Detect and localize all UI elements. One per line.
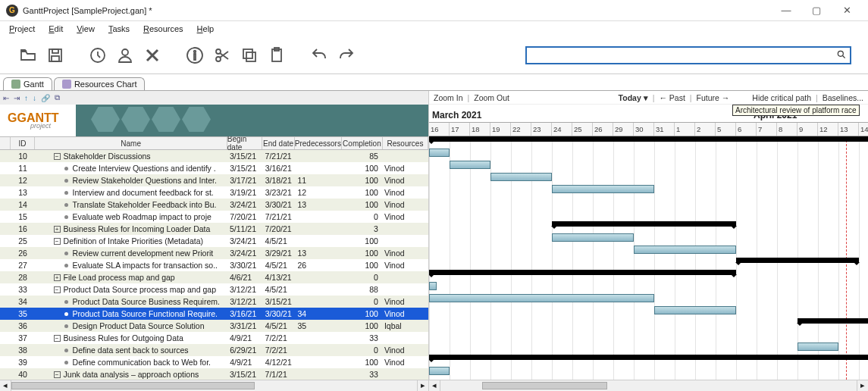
paste-button[interactable] [265,44,288,67]
menu-resources[interactable]: Resources [137,23,190,35]
task-row[interactable]: 12Review Stakeholder Questions and Inter… [0,174,428,186]
task-row[interactable]: 38Define data sent back to sources6/29/2… [0,344,428,356]
task-dot-icon [64,312,68,316]
task-row[interactable]: 15Evaluate web Roadmap impact to proje7/… [0,211,428,223]
window-close-button[interactable]: ✕ [832,5,862,16]
tab-gantt[interactable]: Gantt [3,77,52,90]
baselines-button[interactable]: Baselines... [823,93,863,102]
task-row[interactable]: 36Design Product Data Source Solution3/3… [0,320,428,332]
menu-help[interactable]: Help [191,23,221,35]
gantt-task-bar[interactable] [429,367,450,375]
future-button[interactable]: Future → [697,93,730,102]
task-row[interactable]: 28+File Load process map and gap4/6/214/… [0,271,428,283]
undo-button[interactable] [308,44,331,67]
move-up-button[interactable]: ↑ [24,94,28,102]
task-dot-icon [64,215,68,219]
collapse-icon[interactable]: − [54,238,61,245]
collapse-icon[interactable]: − [54,286,61,293]
task-row[interactable]: 14Translate Stakeholder Feedback into Bu… [0,199,428,211]
col-pred[interactable]: Predecessors [295,137,342,149]
gantt-task-bar[interactable] [552,233,634,242]
col-begin[interactable]: Begin date [227,137,262,149]
menu-view[interactable]: View [71,23,101,35]
cell-id: 12 [11,176,36,185]
gantt-task-bar[interactable] [490,173,552,181]
task-row[interactable]: 39Define communication back to Web for.4… [0,356,428,368]
col-id[interactable]: ID [11,137,36,149]
task-row[interactable]: 34Product Data Source Business Requirem.… [0,296,428,308]
task-row[interactable]: 35Product Data Source Functional Require… [0,308,428,320]
task-tooltip: Architectural review of platform race [732,105,860,116]
expand-icon[interactable]: + [54,274,61,281]
task-row[interactable]: 37−Business Rules for Outgoing Data4/9/2… [0,332,428,344]
task-row[interactable]: 27Evaluate SLA impacts for transaction s… [0,259,428,271]
cell-begin: 3/15/21 [228,164,264,173]
gantt-task-bar[interactable] [797,343,838,351]
cell-end: 3/16/21 [264,164,296,173]
gantt-task-bar[interactable] [552,185,654,193]
open-button[interactable] [17,44,39,67]
copy-button[interactable] [238,44,261,67]
history-button[interactable] [86,44,109,67]
gantt-task-bar[interactable] [429,149,450,157]
col-end[interactable]: End date [262,137,295,149]
gantt-task-bar[interactable] [634,246,736,254]
window-max-button[interactable]: ▢ [801,5,832,16]
col-res[interactable]: Resources [383,137,428,149]
cell-begin: 4/9/21 [228,333,264,343]
search-input[interactable] [530,51,836,60]
col-comp[interactable]: Completion [342,137,383,149]
gantt-task-bar[interactable] [654,306,736,314]
delete-button[interactable] [141,44,164,67]
gantt-summary-bar[interactable] [429,355,868,360]
indent-left-button[interactable]: ⇤ [3,94,9,102]
task-row[interactable]: 25−Definition of Intake Priorities (Meta… [0,235,428,247]
tab-resources[interactable]: Resources Chart [54,77,146,90]
h-scrollbar-right[interactable]: ◂ ▸ [429,380,868,391]
gantt-task-bar[interactable] [450,161,490,169]
past-button[interactable]: ← Past [659,93,685,102]
menu-edit[interactable]: Edit [42,23,69,35]
link-button[interactable]: 🔗 [41,94,50,102]
gantt-summary-bar[interactable] [552,221,736,227]
indent-right-button[interactable]: ⇥ [14,94,20,102]
collapse-icon[interactable]: − [54,335,61,342]
expand-icon[interactable]: + [54,226,61,233]
col-name[interactable]: Name [35,137,227,149]
task-row[interactable]: 13Interview and document feedback for st… [0,186,428,199]
menu-project[interactable]: Project [3,23,41,35]
gantt-summary-bar[interactable] [797,318,868,324]
task-row[interactable]: 26Review current development new Priorit… [0,247,428,259]
today-button[interactable]: Today ▾ [619,93,648,102]
gantt-chart-area[interactable] [429,136,868,380]
hide-critical-button[interactable]: Hide critical path [752,93,811,102]
save-button[interactable] [44,44,67,67]
collapse-icon[interactable]: − [54,371,61,378]
task-row[interactable]: 11Create Interview Questions and identif… [0,162,428,174]
zoom-in-button[interactable]: Zoom In [434,93,463,102]
task-row[interactable]: 16+Business Rules for Incoming Loader Da… [0,223,428,235]
task-row[interactable]: 40−Junk data analysis – approach options… [0,368,428,380]
cell-res: Vinod [383,212,428,221]
move-down-button[interactable]: ↓ [33,94,36,102]
search-box[interactable] [525,46,851,64]
h-scrollbar-left[interactable]: ◂ ▸ [0,380,428,391]
menu-tasks[interactable]: Tasks [102,23,136,35]
gantt-task-bar[interactable] [429,282,437,290]
zoom-out-button[interactable]: Zoom Out [474,93,509,102]
info-button[interactable] [183,44,206,67]
person-button[interactable] [114,44,136,67]
unlink-button[interactable]: ⧉ [55,93,60,102]
gantt-task-bar[interactable] [429,294,654,302]
gantt-summary-bar[interactable] [429,136,868,142]
month-label: March 2021 [432,110,481,120]
collapse-icon[interactable]: − [54,153,61,160]
cut-button[interactable] [211,44,233,67]
window-min-button[interactable]: — [771,5,801,16]
search-icon[interactable] [836,49,847,61]
task-row[interactable]: 10−Stakeholder Discussions3/15/217/21/21… [0,150,428,162]
gantt-summary-bar[interactable] [736,258,859,263]
redo-button[interactable] [335,44,358,67]
task-row[interactable]: 33−Product Data Source process map and g… [0,283,428,296]
gantt-summary-bar[interactable] [429,270,736,275]
